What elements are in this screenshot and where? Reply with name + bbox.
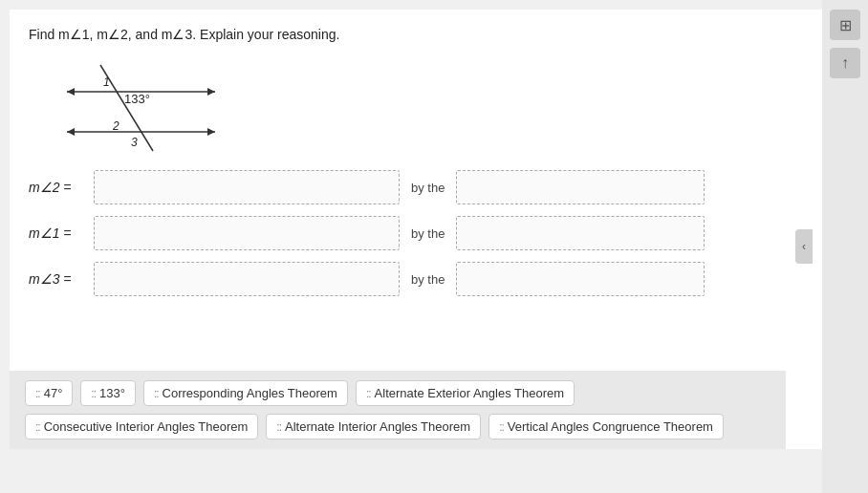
input-angle2-theorem[interactable]	[456, 170, 705, 204]
chip-alt-interior[interactable]: :: Alternate Interior Angles Theorem	[266, 414, 481, 439]
by-the-2: by the	[411, 226, 445, 241]
chip-vert-dots: ::	[499, 420, 504, 434]
icon-grid[interactable]: ⊞	[830, 10, 860, 40]
collapse-icon: ‹	[802, 240, 806, 253]
chip-vertical[interactable]: :: Vertical Angles Congruence Theorem	[488, 414, 724, 439]
answer-row-angle2: m∠2 = by the	[29, 170, 813, 204]
question-text: Find m∠1, m∠2, and m∠3. Explain your rea…	[29, 27, 339, 42]
input-angle2-value[interactable]	[94, 170, 400, 204]
label-angle3: m∠3 =	[29, 271, 86, 287]
collapse-button[interactable]: ‹	[795, 229, 813, 264]
answers-section: m∠2 = by the m∠1 = by the m∠3 = by the	[29, 170, 813, 296]
chip-corr-label: Corresponding Angles Theorem	[163, 386, 337, 400]
chip-47-dots: ::	[35, 387, 40, 400]
by-the-1: by the	[411, 181, 445, 195]
chip-133-label: 133°	[99, 386, 125, 400]
drag-chips-section: :: 47° :: 133° :: Corresponding Angles T…	[10, 371, 786, 449]
diagram: 133° 1 2 3	[48, 55, 239, 161]
input-angle3-theorem[interactable]	[456, 262, 705, 296]
chip-vert-label: Vertical Angles Congruence Theorem	[508, 419, 713, 434]
chip-consecutive[interactable]: :: Consecutive Interior Angles Theorem	[25, 414, 258, 439]
input-angle3-value[interactable]	[94, 262, 400, 296]
label-angle1: m∠1 =	[29, 225, 86, 241]
chip-alt-ext-dots: ::	[366, 387, 371, 400]
chip-133[interactable]: :: 133°	[80, 380, 136, 406]
chips-row-2: :: Consecutive Interior Angles Theorem :…	[25, 414, 770, 439]
svg-text:2: 2	[112, 119, 119, 133]
chip-consec-label: Consecutive Interior Angles Theorem	[44, 419, 249, 434]
chip-consec-dots: ::	[35, 420, 40, 434]
icon-upload[interactable]: ↑	[830, 48, 860, 78]
answer-row-angle3: m∠3 = by the	[29, 262, 813, 296]
chip-133-dots: ::	[91, 387, 96, 400]
diagram-svg: 133° 1 2 3	[48, 55, 239, 161]
svg-text:3: 3	[131, 136, 138, 149]
chip-alt-ext-label: Alternate Exterior Angles Theorem	[375, 386, 564, 400]
chip-corresponding[interactable]: :: Corresponding Angles Theorem	[143, 380, 348, 406]
chip-47[interactable]: :: 47°	[25, 380, 73, 406]
label-angle2: m∠2 =	[29, 180, 86, 195]
question-header: Find m∠1, m∠2, and m∠3. Explain your rea…	[29, 27, 813, 42]
svg-text:133°: 133°	[124, 92, 150, 106]
svg-marker-5	[207, 128, 215, 136]
input-angle1-value[interactable]	[94, 216, 400, 250]
main-content: Find m∠1, m∠2, and m∠3. Explain your rea…	[10, 10, 832, 449]
chip-47-label: 47°	[44, 386, 63, 400]
by-the-3: by the	[411, 272, 445, 287]
chips-row-1: :: 47° :: 133° :: Corresponding Angles T…	[25, 380, 770, 406]
chip-corr-dots: ::	[154, 387, 159, 400]
svg-marker-1	[67, 88, 75, 96]
right-sidebar: ⊞ ↑	[822, 0, 868, 493]
svg-marker-2	[207, 88, 215, 96]
chip-alt-exterior[interactable]: :: Alternate Exterior Angles Theorem	[356, 380, 575, 406]
answer-row-angle1: m∠1 = by the	[29, 216, 813, 250]
svg-marker-4	[67, 128, 75, 136]
chip-alt-int-label: Alternate Interior Angles Theorem	[285, 419, 470, 434]
chip-alt-int-dots: ::	[276, 420, 281, 434]
svg-text:1: 1	[103, 75, 110, 89]
input-angle1-theorem[interactable]	[456, 216, 705, 250]
